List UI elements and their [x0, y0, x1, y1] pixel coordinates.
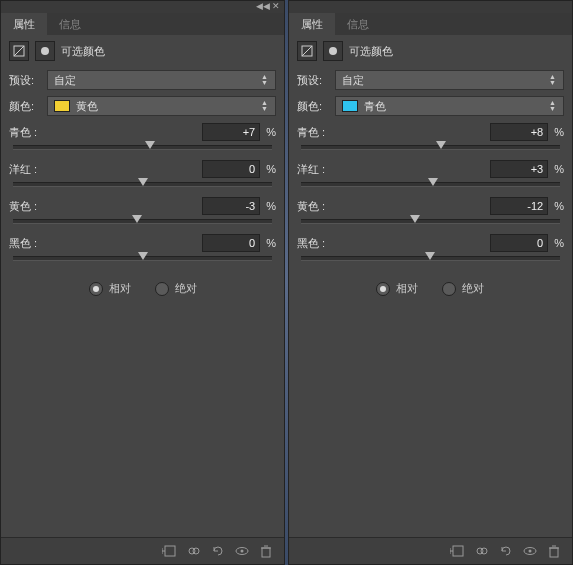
slider-track[interactable]: [13, 145, 272, 150]
svg-point-1: [41, 47, 49, 55]
trash-icon[interactable]: [258, 543, 274, 559]
adjustment-icon[interactable]: [9, 41, 29, 61]
color-value: 青色: [364, 99, 386, 114]
svg-rect-7: [262, 548, 270, 557]
visibility-icon[interactable]: [234, 543, 250, 559]
tab-properties[interactable]: 属性: [289, 13, 335, 36]
radio-absolute[interactable]: 绝对: [155, 281, 197, 296]
svg-rect-10: [453, 546, 463, 556]
color-swatch: [342, 100, 358, 112]
slider-label: 黄色 :: [9, 199, 37, 214]
slider-track[interactable]: [301, 182, 560, 187]
svg-point-12: [481, 548, 487, 554]
slider-thumb-icon[interactable]: [436, 141, 446, 149]
slider-thumb-icon[interactable]: [425, 252, 435, 260]
slider-track[interactable]: [301, 256, 560, 261]
preset-select[interactable]: 自定 ▲▼: [47, 70, 276, 90]
slider-thumb-icon[interactable]: [132, 215, 142, 223]
slider-group: 洋红 :%: [9, 160, 276, 187]
color-value: 黄色: [76, 99, 98, 114]
slider-value-input[interactable]: [202, 234, 260, 252]
trash-icon[interactable]: [546, 543, 562, 559]
svg-point-4: [193, 548, 199, 554]
slider-group: 黑色 :%: [297, 234, 564, 261]
preset-row: 预设: 自定 ▲▼: [1, 67, 284, 93]
slider-thumb-icon[interactable]: [410, 215, 420, 223]
clip-icon[interactable]: [162, 543, 178, 559]
chevron-updown-icon: ▲▼: [261, 71, 271, 89]
slider-label: 洋红 :: [297, 162, 325, 177]
slider-thumb-icon[interactable]: [138, 252, 148, 260]
slider-label: 黑色 :: [9, 236, 37, 251]
percent-label: %: [554, 237, 564, 249]
preset-select[interactable]: 自定 ▲▼: [335, 70, 564, 90]
slider-value-input[interactable]: [490, 123, 548, 141]
percent-label: %: [266, 163, 276, 175]
radio-relative-label: 相对: [109, 281, 131, 296]
svg-rect-2: [165, 546, 175, 556]
slider-value-input[interactable]: [490, 160, 548, 178]
color-select[interactable]: 青色 ▲▼: [335, 96, 564, 116]
color-select[interactable]: 黄色 ▲▼: [47, 96, 276, 116]
radio-absolute-label: 绝对: [175, 281, 197, 296]
svg-point-14: [529, 550, 532, 553]
slider-group: 黑色 :%: [9, 234, 276, 261]
slider-value-input[interactable]: [202, 123, 260, 141]
slider-group: 洋红 :%: [297, 160, 564, 187]
view-previous-icon[interactable]: [186, 543, 202, 559]
radio-relative[interactable]: 相对: [376, 281, 418, 296]
percent-label: %: [554, 126, 564, 138]
preset-label: 预设:: [297, 73, 329, 88]
slider-group: 青色 :%: [297, 123, 564, 150]
slider-track[interactable]: [13, 219, 272, 224]
tab-properties[interactable]: 属性: [1, 13, 47, 36]
preset-value: 自定: [342, 73, 364, 88]
slider-value-input[interactable]: [202, 160, 260, 178]
radio-dot-icon: [442, 282, 456, 296]
percent-label: %: [554, 163, 564, 175]
view-previous-icon[interactable]: [474, 543, 490, 559]
color-row: 颜色: 黄色 ▲▼: [1, 93, 284, 119]
radio-relative[interactable]: 相对: [89, 281, 131, 296]
panel-tabs: 属性 信息: [1, 13, 284, 35]
adjustment-header: 可选颜色: [1, 35, 284, 67]
slider-value-input[interactable]: [490, 197, 548, 215]
slider-thumb-icon[interactable]: [138, 178, 148, 186]
window-controls: ◀◀ ✕: [1, 1, 284, 13]
slider-track[interactable]: [301, 219, 560, 224]
radio-dot-icon: [376, 282, 390, 296]
reset-icon[interactable]: [498, 543, 514, 559]
properties-panel-1: ◀◀ ✕ 属性 信息 可选颜色 预设: 自定 ▲▼ 颜色: 黄色 ▲▼ 青色 :…: [0, 0, 285, 565]
svg-rect-15: [550, 548, 558, 557]
preset-value: 自定: [54, 73, 76, 88]
radio-relative-label: 相对: [396, 281, 418, 296]
clip-icon[interactable]: [450, 543, 466, 559]
visibility-icon[interactable]: [522, 543, 538, 559]
reset-icon[interactable]: [210, 543, 226, 559]
mask-icon[interactable]: [35, 41, 55, 61]
chevron-updown-icon: ▲▼: [261, 97, 271, 115]
properties-panel-2: 属性 信息 可选颜色 预设: 自定 ▲▼ 颜色: 青色 ▲▼ 青色 :%洋红 :…: [288, 0, 573, 565]
radio-absolute[interactable]: 绝对: [442, 281, 484, 296]
slider-track[interactable]: [13, 256, 272, 261]
slider-value-input[interactable]: [202, 197, 260, 215]
adjustment-icon[interactable]: [297, 41, 317, 61]
slider-label: 青色 :: [9, 125, 37, 140]
chevron-updown-icon: ▲▼: [549, 97, 559, 115]
mask-icon[interactable]: [323, 41, 343, 61]
percent-label: %: [266, 126, 276, 138]
slider-track[interactable]: [301, 145, 560, 150]
tab-info[interactable]: 信息: [47, 13, 93, 36]
slider-value-input[interactable]: [490, 234, 548, 252]
radio-dot-icon: [155, 282, 169, 296]
method-radios: 相对 绝对: [289, 271, 572, 306]
panel-footer: [289, 537, 572, 564]
window-controls: [289, 1, 572, 13]
slider-thumb-icon[interactable]: [428, 178, 438, 186]
slider-thumb-icon[interactable]: [145, 141, 155, 149]
preset-row: 预设: 自定 ▲▼: [289, 67, 572, 93]
tab-info[interactable]: 信息: [335, 13, 381, 36]
panel-footer: [1, 537, 284, 564]
color-label: 颜色:: [9, 99, 41, 114]
slider-track[interactable]: [13, 182, 272, 187]
